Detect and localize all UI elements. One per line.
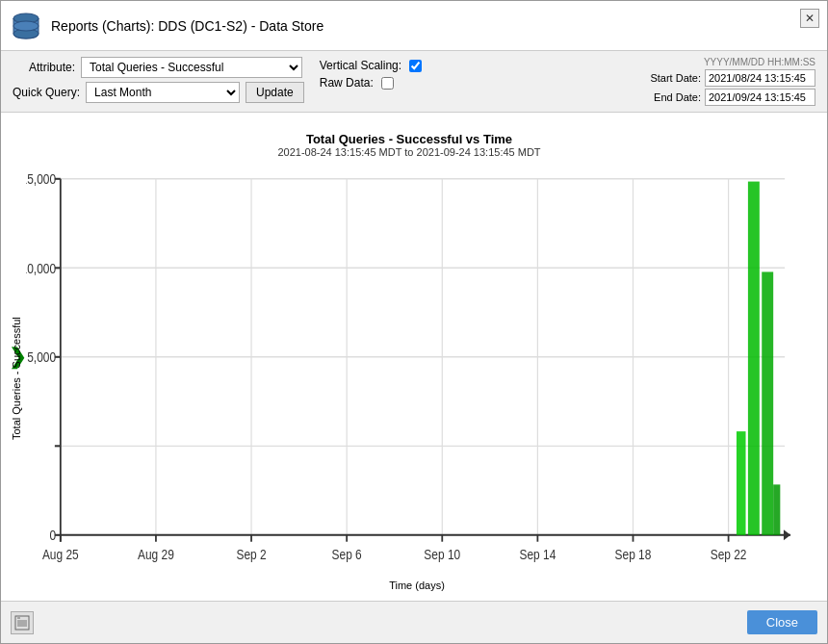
svg-text:Sep 10: Sep 10 [424,547,460,562]
start-date-input[interactable] [705,69,815,87]
date-format-hint: YYYY/MM/DD HH:MM:SS [643,57,815,67]
toolbar-left: Attribute: Total Queries - Successful Qu… [13,57,304,103]
toolbar-right: YYYY/MM/DD HH:MM:SS Start Date: End Date… [643,57,815,106]
attribute-label: Attribute: [13,61,75,74]
svg-text:Aug 25: Aug 25 [42,547,79,562]
end-date-label: End Date: [643,91,701,103]
svg-point-2 [13,21,39,31]
close-x-button[interactable]: ✕ [800,9,819,28]
close-button[interactable]: Close [747,610,817,634]
start-date-label: Start Date: [643,72,701,84]
start-date-row: Start Date: [643,69,815,87]
svg-rect-44 [748,182,760,535]
y-axis-label: Total Queries - Successful [11,166,22,591]
export-icon[interactable] [11,611,34,634]
update-button[interactable]: Update [246,82,304,103]
chart-inner: 15,000 10,000 5,000 0 [26,166,808,591]
quick-query-row: Quick Query: Last Month Update [13,82,304,103]
database-icon [11,11,41,41]
vertical-scaling-label: Vertical Scaling: [320,59,401,72]
vertical-scaling-row: Vertical Scaling: [320,59,422,72]
svg-text:15,000: 15,000 [26,171,56,187]
svg-marker-22 [784,529,790,540]
svg-text:5,000: 5,000 [27,349,56,365]
title-bar: Reports (Charts): DDS (DC1-S2) - Data St… [1,1,827,51]
quick-query-label: Quick Query: [13,86,80,99]
svg-rect-49 [17,620,27,627]
footer: Close [1,601,827,643]
vertical-scaling-checkbox[interactable] [409,60,422,72]
chart-container: Total Queries - Successful [11,166,808,591]
end-date-input[interactable] [705,89,815,106]
toolbar-middle: Vertical Scaling: Raw Data: [320,57,422,90]
svg-text:Aug 29: Aug 29 [138,547,174,562]
svg-rect-47 [773,484,780,534]
raw-data-row: Raw Data: [320,76,422,90]
window-title: Reports (Charts): DDS (DC1-S2) - Data St… [51,18,817,34]
chart-title: Total Queries - Successful vs Time [306,132,512,146]
svg-text:Sep 18: Sep 18 [615,547,652,562]
attribute-row: Attribute: Total Queries - Successful [13,57,304,78]
svg-text:Sep 2: Sep 2 [236,547,266,562]
end-date-row: End Date: [643,89,815,106]
svg-rect-46 [737,431,746,535]
main-window: Reports (Charts): DDS (DC1-S2) - Data St… [0,0,828,644]
chart-subtitle: 2021-08-24 13:15:45 MDT to 2021-09-24 13… [277,146,540,158]
x-axis-label: Time (days) [26,580,808,591]
quick-query-select[interactable]: Last Month [86,82,240,103]
svg-text:Sep 22: Sep 22 [711,547,747,562]
svg-rect-45 [762,271,773,534]
attribute-select[interactable]: Total Queries - Successful [81,57,302,78]
svg-text:Sep 6: Sep 6 [332,547,362,562]
raw-data-checkbox[interactable] [381,77,394,90]
svg-text:Sep 14: Sep 14 [519,547,556,562]
raw-data-label: Raw Data: [320,76,374,90]
toolbar: Attribute: Total Queries - Successful Qu… [1,51,827,113]
chart-svg: 15,000 10,000 5,000 0 [26,166,808,578]
chart-area: ❯ Total Queries - Successful vs Time 202… [1,113,827,601]
svg-text:10,000: 10,000 [26,261,56,276]
